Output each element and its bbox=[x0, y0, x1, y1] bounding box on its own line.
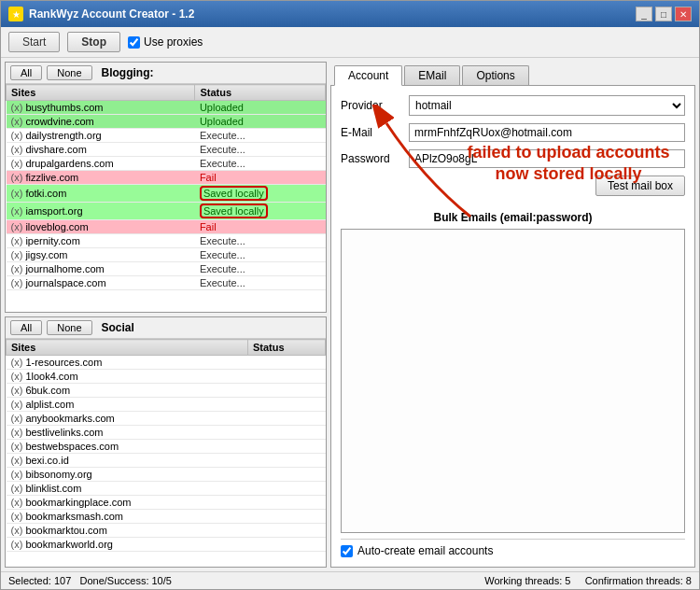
use-proxies-label: Use proxies bbox=[144, 35, 203, 49]
maximize-button[interactable]: □ bbox=[655, 7, 672, 21]
table-row[interactable]: (x) jigsy.com Execute... bbox=[7, 248, 326, 262]
site-cell: (x) bestlivelinks.com bbox=[7, 426, 248, 440]
blogging-section: All None Blogging: Sites Status bbox=[5, 62, 327, 313]
site-cell: (x) 6buk.com bbox=[7, 384, 248, 398]
social-table: Sites Status (x) 1-resources.com (x) 1lo… bbox=[6, 339, 326, 552]
blogging-all-button[interactable]: All bbox=[10, 65, 42, 80]
status-cell bbox=[247, 510, 325, 524]
blogging-table: Sites Status (x) busythumbs.com Uploaded… bbox=[6, 84, 326, 290]
table-row[interactable]: (x) bexi.co.id bbox=[7, 454, 326, 468]
table-row[interactable]: (x) bestlivelinks.com bbox=[7, 426, 326, 440]
table-row[interactable]: (x) bestwebspaces.com bbox=[7, 440, 326, 454]
site-cell: (x) ipernity.com bbox=[7, 234, 195, 248]
tab-email[interactable]: EMail bbox=[404, 65, 460, 85]
table-row[interactable]: (x) crowdvine.com Uploaded bbox=[7, 115, 326, 129]
test-mailbox-button[interactable]: Test mail box bbox=[595, 176, 685, 196]
status-cell: Execute... bbox=[195, 248, 326, 262]
table-row[interactable]: (x) busythumbs.com Uploaded bbox=[7, 101, 326, 115]
email-field[interactable] bbox=[409, 123, 685, 142]
status-cell: Saved locally bbox=[195, 185, 326, 203]
close-button[interactable]: ✕ bbox=[675, 7, 692, 21]
status-cell bbox=[247, 440, 325, 454]
site-cell: (x) drupalgardens.com bbox=[7, 157, 195, 171]
table-row[interactable]: (x) blinklist.com bbox=[7, 482, 326, 496]
stop-button[interactable]: Stop bbox=[67, 32, 120, 52]
social-none-button[interactable]: None bbox=[47, 320, 91, 335]
social-toolbar: All None Social bbox=[6, 317, 326, 339]
social-all-button[interactable]: All bbox=[10, 320, 42, 335]
title-buttons: _ □ ✕ bbox=[636, 7, 692, 21]
use-proxies-checkbox-label[interactable]: Use proxies bbox=[128, 35, 203, 49]
table-row[interactable]: (x) dailystrength.org Execute... bbox=[7, 129, 326, 143]
blogging-status-header: Status bbox=[195, 85, 326, 101]
status-cell: Execute... bbox=[195, 276, 326, 290]
blogging-toolbar: All None Blogging: bbox=[6, 63, 326, 84]
table-row[interactable]: (x) bookmarkworld.org bbox=[7, 538, 326, 552]
blogging-none-button[interactable]: None bbox=[47, 65, 91, 80]
status-cell bbox=[247, 538, 325, 552]
table-row[interactable]: (x) 1look4.com bbox=[7, 370, 326, 384]
site-cell: (x) fotki.com bbox=[7, 185, 195, 203]
use-proxies-checkbox[interactable] bbox=[128, 36, 140, 49]
site-cell: (x) bexi.co.id bbox=[7, 454, 248, 468]
bulk-emails-textarea[interactable] bbox=[341, 229, 685, 533]
password-field[interactable] bbox=[409, 149, 685, 168]
table-row[interactable]: (x) ipernity.com Execute... bbox=[7, 234, 326, 248]
status-cell bbox=[247, 524, 325, 538]
site-cell: (x) 1-resources.com bbox=[7, 356, 248, 370]
status-cell bbox=[247, 384, 325, 398]
table-row[interactable]: (x) iloveblog.com Fail bbox=[7, 220, 326, 234]
auto-create-checkbox[interactable] bbox=[341, 545, 353, 557]
table-row[interactable]: (x) iamsport.org Saved locally bbox=[7, 203, 326, 220]
tab-bar: Account EMail Options bbox=[330, 62, 695, 86]
site-cell: (x) dailystrength.org bbox=[7, 129, 195, 143]
tab-options[interactable]: Options bbox=[462, 65, 528, 85]
status-threads: Working threads: 5 Confirmation threads:… bbox=[484, 575, 692, 586]
table-row[interactable]: (x) drupalgardens.com Execute... bbox=[7, 157, 326, 171]
table-row[interactable]: (x) fotki.com Saved locally bbox=[7, 185, 326, 203]
social-section: All None Social Sites Status (x bbox=[5, 316, 327, 568]
status-cell bbox=[247, 454, 325, 468]
blogging-sites-header: Sites bbox=[7, 85, 195, 101]
blogging-table-container[interactable]: Sites Status (x) busythumbs.com Uploaded… bbox=[6, 84, 326, 312]
site-cell: (x) bookmarktou.com bbox=[7, 524, 248, 538]
password-row: Password bbox=[341, 149, 685, 168]
auto-create-label: Auto-create email accounts bbox=[357, 544, 493, 557]
site-cell: (x) iloveblog.com bbox=[7, 220, 195, 234]
table-row[interactable]: (x) bookmarksmash.com bbox=[7, 510, 326, 524]
minimize-button[interactable]: _ bbox=[636, 7, 652, 21]
main-window: ★ RankWyz Account Creator - 1.2 _ □ ✕ St… bbox=[0, 0, 700, 590]
toolbar: Start Stop Use proxies bbox=[1, 27, 699, 58]
status-cell bbox=[247, 398, 325, 412]
site-cell: (x) anybookmarks.com bbox=[7, 412, 248, 426]
table-row[interactable]: (x) bookmarkingplace.com bbox=[7, 496, 326, 510]
table-row[interactable]: (x) divshare.com Execute... bbox=[7, 143, 326, 157]
status-cell: Fail bbox=[195, 171, 326, 185]
status-cell bbox=[247, 468, 325, 482]
table-row[interactable]: (x) anybookmarks.com bbox=[7, 412, 326, 426]
main-content: All None Blogging: Sites Status bbox=[1, 58, 699, 571]
tab-account[interactable]: Account bbox=[334, 65, 402, 86]
status-cell: Saved locally bbox=[195, 203, 326, 220]
status-cell bbox=[247, 426, 325, 440]
password-label: Password bbox=[341, 152, 401, 165]
status-cell bbox=[247, 482, 325, 496]
table-row[interactable]: (x) bibsonomy.org bbox=[7, 468, 326, 482]
status-bar: Selected: 107 Done/Success: 10/5 Working… bbox=[1, 571, 699, 589]
table-row[interactable]: (x) 6buk.com bbox=[7, 384, 326, 398]
app-icon: ★ bbox=[8, 7, 23, 21]
status-cell: Execute... bbox=[195, 129, 326, 143]
status-cell: Execute... bbox=[195, 143, 326, 157]
start-button[interactable]: Start bbox=[8, 32, 60, 52]
table-row[interactable]: (x) bookmarktou.com bbox=[7, 524, 326, 538]
status-cell: Execute... bbox=[195, 234, 326, 248]
social-table-container[interactable]: Sites Status (x) 1-resources.com (x) 1lo… bbox=[6, 339, 326, 567]
site-cell: (x) journalspace.com bbox=[7, 276, 195, 290]
provider-select[interactable]: hotmail gmail yahoo bbox=[409, 95, 685, 116]
site-cell: (x) divshare.com bbox=[7, 143, 195, 157]
table-row[interactable]: (x) journalhome.com Execute... bbox=[7, 262, 326, 276]
table-row[interactable]: (x) fizzlive.com Fail bbox=[7, 171, 326, 185]
table-row[interactable]: (x) alplist.com bbox=[7, 398, 326, 412]
table-row[interactable]: (x) 1-resources.com bbox=[7, 356, 326, 370]
table-row[interactable]: (x) journalspace.com Execute... bbox=[7, 276, 326, 290]
